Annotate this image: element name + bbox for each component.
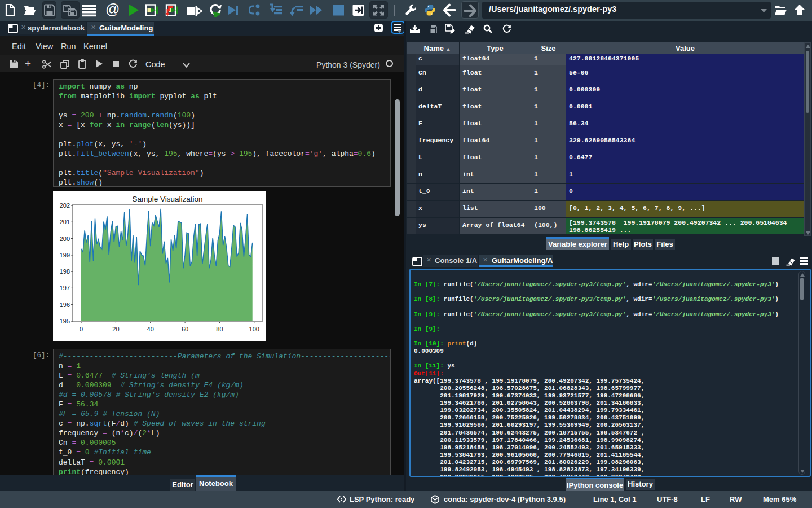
- svg-text:195: 195: [60, 318, 70, 325]
- svg-text:199: 199: [60, 252, 70, 259]
- svg-text:80: 80: [216, 326, 223, 332]
- svg-text:201: 201: [60, 218, 70, 225]
- svg-text:197: 197: [60, 284, 70, 291]
- svg-text:100: 100: [249, 326, 259, 332]
- svg-text:200: 200: [60, 235, 70, 242]
- svg-text:202: 202: [60, 202, 70, 209]
- svg-text:40: 40: [147, 326, 154, 332]
- svg-text:Sample Visualization: Sample Visualization: [132, 195, 202, 203]
- svg-text:198: 198: [60, 268, 70, 275]
- svg-text:60: 60: [182, 326, 188, 332]
- svg-text:196: 196: [60, 301, 70, 308]
- svg-text:0: 0: [80, 326, 83, 332]
- svg-text:20: 20: [112, 326, 119, 332]
